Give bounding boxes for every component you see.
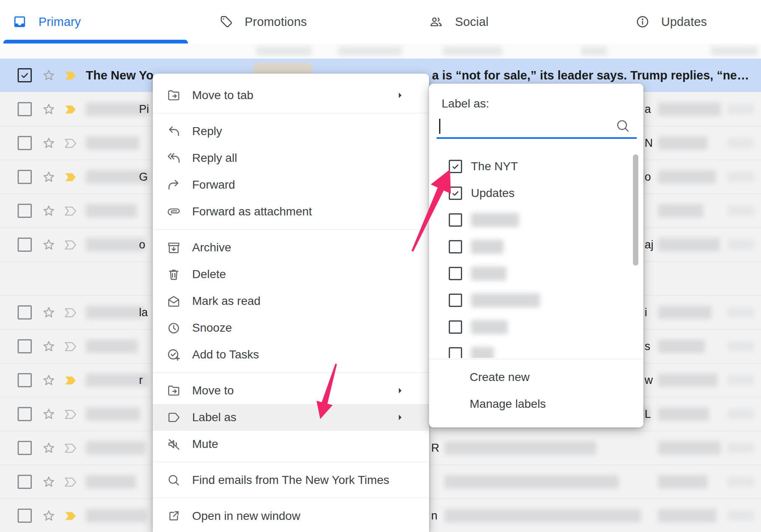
importance-marker-icon[interactable] (64, 239, 77, 251)
tab-updates[interactable]: Updates (571, 0, 761, 43)
unchecked-checkbox[interactable] (449, 320, 462, 334)
label-option-redacted[interactable] (429, 287, 643, 314)
star-icon[interactable] (41, 339, 57, 354)
select-email-checkbox[interactable] (18, 339, 32, 353)
star-icon[interactable] (41, 474, 57, 490)
select-email-checkbox[interactable] (18, 509, 32, 523)
redacted-date (728, 511, 754, 521)
divider (153, 113, 429, 113)
tab-social[interactable]: Social (380, 0, 571, 43)
add-task-icon (167, 348, 181, 362)
star-icon[interactable] (41, 169, 57, 185)
select-email-checkbox[interactable] (18, 373, 32, 387)
redacted-label-name (471, 213, 519, 227)
select-email-checkbox[interactable] (18, 136, 32, 150)
importance-marker-icon[interactable] (64, 307, 77, 318)
menu-item-mark-as-read[interactable]: Mark as read (153, 288, 429, 315)
importance-marker-icon[interactable] (64, 205, 77, 217)
menu-item-add-to-tasks[interactable]: Add to Tasks (153, 341, 429, 368)
menu-item-forward-as-attachment[interactable]: Forward as attachment (153, 198, 429, 225)
tab-primary[interactable]: Primary (0, 0, 190, 43)
unchecked-checkbox[interactable] (449, 267, 462, 280)
menu-item-label: Move to (192, 384, 234, 397)
select-email-checkbox[interactable] (18, 475, 32, 489)
star-icon[interactable] (41, 136, 57, 151)
menu-item-forward[interactable]: Forward (153, 171, 429, 198)
menu-item-label: Delete (192, 268, 226, 281)
importance-marker-icon[interactable] (64, 171, 77, 183)
menu-item-move-to[interactable]: Move to (153, 377, 429, 404)
create-new-label-button[interactable]: Create new (470, 364, 530, 391)
select-email-checkbox[interactable] (18, 68, 32, 82)
label-option-redacted[interactable] (429, 207, 643, 233)
star-icon[interactable] (41, 508, 57, 524)
star-icon[interactable] (41, 203, 57, 219)
menu-item-reply[interactable]: Reply (153, 118, 429, 145)
star-icon[interactable] (41, 102, 57, 117)
select-email-checkbox[interactable] (18, 102, 32, 116)
redacted-label-name (471, 293, 540, 307)
label-icon (167, 410, 181, 425)
label-option-redacted[interactable] (429, 314, 643, 340)
select-email-checkbox[interactable] (18, 170, 32, 184)
star-icon[interactable] (41, 440, 57, 456)
importance-marker-icon[interactable] (64, 103, 77, 115)
menu-item-snooze[interactable]: Snooze (153, 315, 429, 341)
manage-labels-button[interactable]: Manage labels (470, 391, 546, 417)
importance-marker-icon[interactable] (64, 476, 77, 488)
importance-marker-icon[interactable] (64, 374, 77, 386)
partial-email-row[interactable] (0, 43, 761, 59)
forward-icon (167, 178, 181, 192)
menu-item-open-in-new-window[interactable]: Open in new window (153, 503, 429, 529)
label-option-updates[interactable]: Updates (429, 180, 643, 207)
label-list-scrollbar[interactable] (633, 154, 638, 266)
label-option-redacted[interactable] (429, 233, 643, 260)
star-icon[interactable] (41, 407, 57, 422)
menu-item-label: Archive (192, 241, 231, 254)
redacted-sender (86, 475, 136, 489)
menu-item-move-to-tab[interactable]: Move to tab (153, 82, 429, 109)
menu-item-mute[interactable]: Mute (153, 431, 429, 458)
importance-marker-icon[interactable] (64, 408, 77, 420)
select-email-checkbox[interactable] (18, 407, 32, 421)
tab-label: Promotions (245, 15, 307, 29)
label-option-the-nyt[interactable]: The NYT (429, 153, 643, 180)
select-email-checkbox[interactable] (18, 238, 32, 252)
star-icon[interactable] (41, 68, 57, 83)
reply-all-icon (167, 151, 181, 165)
importance-marker-icon[interactable] (64, 137, 77, 149)
annotation-arrow-to-nyt-checkbox (408, 165, 458, 255)
email-text-fragment: G (139, 171, 148, 184)
search-icon (615, 118, 631, 134)
star-icon[interactable] (41, 237, 57, 253)
unchecked-checkbox[interactable] (449, 347, 462, 358)
email-text-fragment: N (645, 137, 653, 150)
importance-marker-icon[interactable] (64, 340, 77, 352)
search-icon (167, 473, 181, 487)
select-email-checkbox[interactable] (18, 305, 32, 320)
menu-item-label-as[interactable]: Label as (153, 404, 429, 431)
tab-label: Primary (39, 15, 81, 29)
importance-marker-icon[interactable] (64, 69, 77, 81)
menu-item-delete[interactable]: Delete (153, 261, 429, 288)
redacted-text (443, 46, 502, 56)
redacted-subject (658, 306, 712, 319)
open-new-icon (167, 509, 181, 523)
star-icon[interactable] (41, 305, 57, 320)
label-option-redacted[interactable] (429, 260, 643, 287)
tab-promotions[interactable]: Promotions (190, 0, 381, 43)
menu-item-reply-all[interactable]: Reply all (153, 145, 429, 171)
redacted-subject (658, 475, 707, 489)
menu-item-archive[interactable]: Archive (153, 234, 429, 261)
importance-marker-icon[interactable] (64, 442, 77, 454)
star-icon[interactable] (41, 373, 57, 388)
redacted-sender (86, 204, 137, 217)
menu-item-find-emails-from-the-new-york-times[interactable]: Find emails from The New York Times (153, 467, 429, 494)
label-search-input[interactable] (437, 115, 637, 139)
select-email-checkbox[interactable] (18, 441, 32, 455)
unchecked-checkbox[interactable] (449, 294, 462, 307)
select-email-checkbox[interactable] (18, 204, 32, 218)
divider (429, 359, 643, 359)
label-option-redacted[interactable] (429, 340, 643, 358)
importance-marker-icon[interactable] (64, 510, 77, 522)
